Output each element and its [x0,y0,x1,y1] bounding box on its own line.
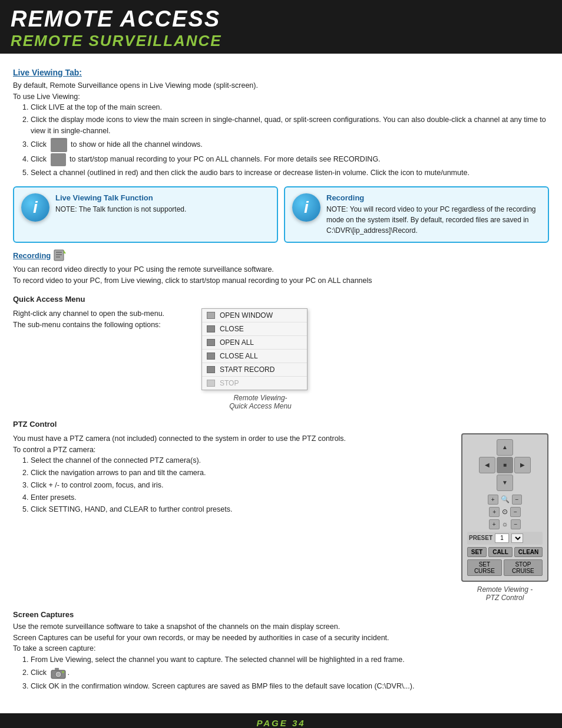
recording-para2: To record video to your PC, from Live vi… [13,275,549,286]
ptz-set-button[interactable]: SET [467,547,487,557]
ptz-iris-row: + ☼ − [467,519,543,529]
list-item: From Live Viewing, select the channel yo… [31,654,549,666]
ptz-caption: Remote Viewing -PTZ Control [477,585,533,602]
list-item: Click . [31,667,549,680]
svg-rect-8 [55,668,59,670]
quick-access-caption-text: Remote Viewing-Quick Access Menu [229,394,292,410]
info-box-recording-content: Recording NOTE: You will record video to… [326,193,541,236]
svg-point-9 [62,671,64,673]
ptz-btn-empty-bl [479,475,495,491]
screen-captures-para2: Screen Captures can be useful for your o… [13,633,549,644]
quick-access-para2: The sub-menu contains the following opti… [13,319,190,331]
page-header: REMOTE ACCESS REMOTE SURVEILLANCE [0,0,562,54]
quick-access-menu-wrapper: OPEN WINDOW CLOSE OPEN ALL CLOSE ALL [201,308,319,410]
ptz-cruise-row: SET CURSE STOP CRUISE [467,559,543,576]
screen-captures-intro: To take a screen capture: [13,643,549,654]
live-viewing-intro2: To use Live Viewing: [13,91,549,103]
info-box-recording-title: Recording [326,193,541,202]
svg-marker-4 [64,250,66,253]
list-item: Click the display mode icons to view the… [31,114,549,137]
ptz-preset-dropdown[interactable]: ▼ [511,533,523,543]
menu-label-close: CLOSE [220,325,244,333]
menu-item-start-record[interactable]: START RECORD [202,363,307,377]
menu-icon-close [207,325,215,332]
ptz-call-button[interactable]: CALL [488,547,513,557]
menu-label-open-window: OPEN WINDOW [220,311,273,319]
ptz-focus-row: + ⊙ − [467,507,543,517]
info-icon-talk: i [21,193,49,222]
list-item: Click to show or hide all the channel wi… [31,138,549,152]
screen-captures-heading: Screen Captures [13,610,549,619]
ptz-iris-minus[interactable]: − [511,519,521,529]
menu-item-open-window[interactable]: OPEN WINDOW [202,309,307,322]
info-box-recording-body: NOTE: You will record video to your PC r… [326,204,541,236]
ptz-focus-minus[interactable]: − [510,507,521,517]
quick-access-heading: Quick Access Menu [13,295,549,304]
list-item: Enter presets. [31,492,449,503]
info-box-recording: i Recording NOTE: You will record video … [284,186,549,243]
quick-access-section: Quick Access Menu Right-click any channe… [13,295,549,410]
svg-point-7 [57,673,60,676]
list-item: Click OK in the confirmation window. Scr… [31,681,549,692]
ptz-btn-down[interactable]: ▼ [497,475,513,491]
list-item: Select a channel (outlined in red) and t… [31,167,549,179]
quick-access-para1: Right-click any channel to open the sub-… [13,308,190,319]
ptz-section: PTZ Control You must have a PTZ camera (… [13,420,549,602]
ptz-btn-empty-tr [514,439,531,456]
recording-file-icon [53,249,68,262]
ptz-zoom-minus[interactable]: − [512,495,523,505]
svg-rect-2 [56,254,62,255]
ptz-stop-cruise-button[interactable]: STOP CRUISE [504,559,543,576]
info-boxes-container: i Live Viewing Talk Function NOTE: The T… [13,186,549,243]
ptz-para1: You must have a PTZ camera (not included… [13,433,449,444]
ptz-iris-plus[interactable]: + [489,519,500,529]
recording-para1: You can record video directly to your PC… [13,264,549,275]
ptz-preset-input[interactable] [495,533,509,543]
quick-access-layout: Right-click any channel to open the sub-… [13,308,549,410]
live-viewing-steps: Click LIVE at the top of the main screen… [31,102,549,178]
ptz-zoom-plus[interactable]: + [488,495,498,505]
menu-item-close-all[interactable]: CLOSE ALL [202,350,307,363]
menu-label-open-all: OPEN ALL [220,338,254,347]
ptz-btn-right[interactable]: ▶ [514,457,531,473]
info-box-talk: i Live Viewing Talk Function NOTE: The T… [13,186,278,243]
menu-item-close[interactable]: CLOSE [202,322,307,336]
recording-section-header: Recording [13,249,549,262]
ptz-zoom-row: + 🔍 − [467,495,543,505]
ptz-layout: You must have a PTZ camera (not included… [13,433,549,602]
ptz-set-curse-button[interactable]: SET CURSE [467,559,502,576]
ptz-steps: Select the channel of the connected PTZ … [31,455,449,515]
ptz-iris-icon: ☼ [502,520,508,528]
menu-item-stop[interactable]: STOP [202,377,307,390]
list-item: Click SETTING, HAND, and CLEAR to furthe… [31,504,449,515]
menu-icon-close-all [207,353,215,360]
ptz-clean-button[interactable]: CLEAN [514,547,543,557]
ptz-btn-up[interactable]: ▲ [497,439,513,456]
ptz-preset-label: PRESET [469,535,492,541]
show-hide-icon [51,138,67,152]
header-subtitle: REMOTE SURVEILLANCE [11,32,551,50]
screen-captures-para1: Use the remote surveillance software to … [13,621,549,633]
header-title: REMOTE ACCESS [11,7,551,32]
ptz-focus-plus[interactable]: + [489,507,500,517]
menu-icon-start-record [207,366,215,373]
ptz-focus-icon: ⊙ [502,508,508,516]
camera-icon [50,667,67,680]
live-viewing-intro: By default, Remote Surveillance opens in… [13,80,549,91]
ptz-control-panel: ▲ ◀ ■ ▶ ▼ + 🔍 − [461,433,549,602]
list-item: Select the channel of the connected PTZ … [31,455,449,466]
list-item: Click + /- to control zoom, focus, and i… [31,480,449,491]
menu-item-open-all[interactable]: OPEN ALL [202,336,307,350]
screen-captures-steps: From Live Viewing, select the channel yo… [31,654,549,692]
menu-icon-open-window [207,312,215,319]
ptz-btn-left[interactable]: ◀ [479,457,495,473]
ptz-intro: To control a PTZ camera: [13,444,449,456]
context-menu: OPEN WINDOW CLOSE OPEN ALL CLOSE ALL [201,308,308,390]
record-icon [51,153,66,166]
svg-rect-3 [56,256,60,258]
ptz-preset-row: PRESET ▼ [467,532,543,545]
ptz-heading: PTZ Control [13,420,549,429]
camera-capture-icon [50,667,67,680]
menu-label-start-record: START RECORD [220,365,275,374]
ptz-btn-stop[interactable]: ■ [497,457,513,473]
